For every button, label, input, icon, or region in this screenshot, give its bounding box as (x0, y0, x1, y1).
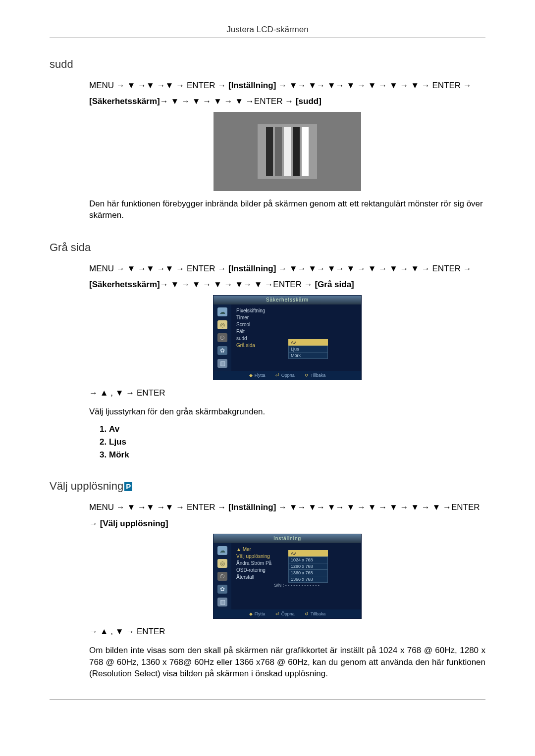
osd-item: Timer (236, 314, 357, 321)
osd-footer-back: Tillbaka (305, 611, 326, 616)
osd-icon-clock: ⏲ (217, 572, 227, 581)
nav-installning-tag: [Inställning] (228, 81, 276, 90)
grasida-post-nav: → ▲ , ▼ → ENTER (89, 387, 485, 399)
osd-icon-multi: ▥ (217, 359, 227, 368)
pattern-bar (266, 127, 273, 176)
osd-icon-clock: ⏲ (217, 333, 227, 342)
osd-option: 1366 x 768 (288, 576, 328, 583)
osd-item: Pixelskiftning (236, 307, 357, 314)
osd-option: 1024 x 768 (288, 556, 328, 563)
osd-icon-multi: ▥ (217, 598, 227, 606)
osd-footer-move: Flytta (249, 611, 266, 616)
pattern-bar (275, 127, 282, 176)
valj-post-nav: → ▲ , ▼ → ENTER (89, 626, 485, 638)
grasida-option-list: Av Ljus Mörk (109, 424, 485, 460)
osd-icon-tone: ◎ (217, 320, 227, 329)
nav-valj-tag: [Välj upplösning] (100, 519, 168, 528)
osd-content: Pixelskiftning Timer Scrool Fält sudd Gr… (231, 304, 361, 371)
osd-option: Mörk (288, 352, 328, 359)
nav-menu: MENU (89, 81, 114, 90)
nav-path-grasida: MENU → ▼ →▼ →▼ → ENTER → [Inställning] →… (89, 261, 485, 293)
osd-footer-open: Öppna (275, 611, 295, 616)
nav-enter: ENTER (187, 81, 215, 90)
list-item: Mörk (109, 450, 485, 460)
footer-divider (50, 700, 485, 700)
osd-options: Av Ljus Mörk (288, 339, 328, 358)
pattern-bars (258, 124, 317, 179)
nav-enter: ENTER (254, 97, 283, 106)
pattern-bar (284, 127, 291, 176)
osd-footer-open: Öppna (275, 373, 295, 378)
osd-title: Säkerhetsskärm (214, 296, 361, 304)
valj-description: Om bilden inte visas som den skall på sk… (89, 645, 485, 680)
nav-enter: ENTER (451, 503, 480, 512)
osd-option-selected: Av (288, 339, 328, 346)
nav-enter: ENTER (187, 264, 215, 273)
nav-menu: MENU (89, 503, 114, 512)
nav-installning-tag: [Inställning] (228, 264, 276, 273)
osd-footer: Flytta Öppna Tillbaka (214, 609, 361, 618)
sudd-description: Den här funktionen förebygger inbrända b… (89, 198, 485, 222)
osd-sn-label: S/N : (274, 583, 284, 588)
osd-footer-back: Tillbaka (305, 373, 326, 378)
nav-grasida-tag: [Grå sida] (315, 280, 354, 289)
grasida-description: Välj ljusstyrkan för den gråa skärmbakgr… (89, 406, 485, 418)
osd-panel-valj: Inställning ☁ ◎ ⏲ ✿ ▥ Mer Välj upplösnin… (213, 534, 362, 619)
osd-option: Ljus (288, 346, 328, 353)
osd-option: 1280 x 768 (288, 563, 328, 570)
nav-menu: MENU (89, 264, 114, 273)
osd-icon-picture: ☁ (217, 546, 227, 555)
section-title-valj-text: Välj upplösning (50, 480, 123, 492)
osd-icon-picture: ☁ (217, 307, 227, 316)
osd-content: Mer Välj upplösning Ändra Ström På OSD-r… (231, 543, 361, 609)
osd-panel-grasida: Säkerhetsskärm ☁ ◎ ⏲ ✿ ▥ Pixelskiftning … (213, 295, 362, 380)
pattern-bar (293, 127, 300, 176)
osd-title: Inställning (214, 534, 361, 543)
osd-sn-value: - - - - - - - - - - - - - (285, 583, 320, 588)
osd-icon-settings: ✿ (217, 346, 227, 355)
osd-item: Scrool (236, 321, 357, 328)
nav-sakerhetsskarm-tag: [Säkerhetsskärm] (89, 280, 160, 289)
osd-footer-move: Flytta (249, 373, 266, 378)
osd-icon-settings: ✿ (217, 585, 227, 594)
section-title-valj: Välj upplösningP (50, 480, 485, 493)
nav-path-valj: MENU → ▼ →▼ →▼ → ENTER → [Inställning] →… (89, 500, 485, 532)
section-title-grasida: Grå sida (50, 241, 485, 254)
osd-options: Av 1024 x 768 1280 x 768 1360 x 768 1366… (288, 550, 328, 582)
nav-enter: ENTER (432, 264, 461, 273)
header-divider (50, 38, 485, 38)
section-title-sudd: sudd (50, 58, 485, 71)
page-header-title: Justera LCD-skärmen (50, 25, 485, 35)
nav-enter: ENTER (273, 280, 302, 289)
nav-installning-tag: [Inställning] (228, 503, 276, 512)
osd-sidebar: ☁ ◎ ⏲ ✿ ▥ (214, 543, 231, 609)
list-item: Av (109, 424, 485, 434)
nav-enter: ENTER (187, 503, 215, 512)
osd-sidebar: ☁ ◎ ⏲ ✿ ▥ (214, 304, 231, 371)
nav-sudd-tag: [sudd] (296, 97, 321, 106)
nav-enter: ENTER (432, 81, 461, 90)
nav-sakerhetsskarm-tag: [Säkerhetsskärm] (89, 97, 160, 106)
p-badge-icon: P (124, 482, 132, 491)
osd-sn: S/N : - - - - - - - - - - - - - (236, 583, 357, 588)
osd-item: Fält (236, 328, 357, 335)
nav-path-sudd: MENU → ▼ →▼ →▼ → ENTER → [Inställning] →… (89, 78, 485, 110)
pattern-bar (302, 127, 309, 176)
screenshot-sudd-pattern (214, 112, 361, 191)
osd-option: 1360 x 768 (288, 569, 328, 576)
list-item: Ljus (109, 437, 485, 447)
osd-icon-tone: ◎ (217, 559, 227, 568)
osd-footer: Flytta Öppna Tillbaka (214, 371, 361, 380)
osd-option-selected: Av (288, 550, 328, 557)
